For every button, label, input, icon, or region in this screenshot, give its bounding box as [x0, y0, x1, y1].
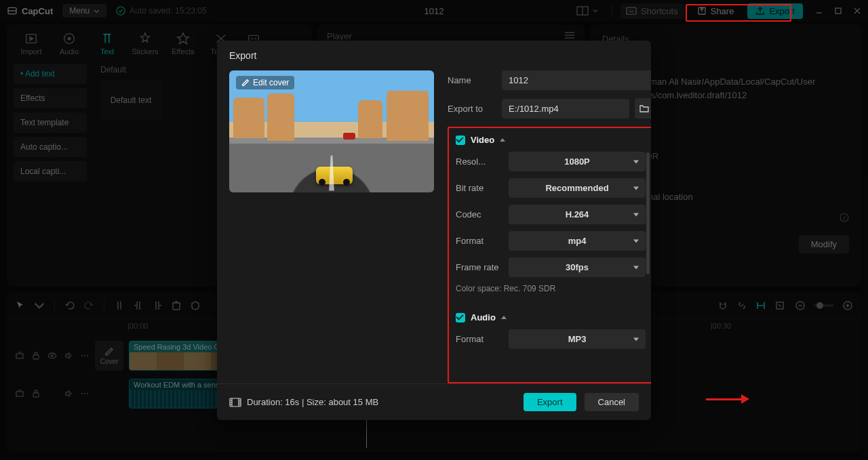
maximize-icon[interactable]: [834, 7, 842, 15]
audio-checkbox[interactable]: [456, 313, 465, 322]
brand-text: CapCut: [22, 6, 53, 16]
lock-icon[interactable]: [31, 389, 41, 398]
more-icon[interactable]: [80, 389, 90, 398]
svg-point-19: [84, 355, 85, 356]
collapse-icon[interactable]: [15, 351, 24, 360]
collapse-icon[interactable]: [15, 389, 24, 398]
cover-button[interactable]: Cover: [95, 341, 123, 371]
sidebar-item-text-template[interactable]: Text template: [14, 112, 87, 133]
import-icon: [24, 31, 39, 46]
export-top-button[interactable]: Export: [747, 3, 803, 19]
resolution-label: Resol...: [456, 156, 509, 167]
project-title: 1012: [425, 6, 444, 16]
cancel-button[interactable]: Cancel: [585, 393, 639, 411]
split-right-icon[interactable]: [152, 300, 163, 311]
modify-button[interactable]: Modify: [799, 235, 849, 253]
caret-up-icon: [501, 316, 507, 319]
menu-button[interactable]: Menu: [62, 4, 106, 18]
name-label: Name: [448, 75, 496, 85]
tab-import[interactable]: Import: [12, 28, 50, 58]
tab-effects[interactable]: Effects: [164, 28, 202, 58]
film-icon: [229, 398, 241, 407]
name-input[interactable]: [502, 70, 651, 90]
layout-toggle-button[interactable]: [571, 3, 604, 18]
default-text-preset[interactable]: Default text: [100, 80, 161, 121]
svg-point-17: [52, 355, 54, 357]
video-section-header[interactable]: Video: [456, 135, 646, 145]
undo-icon[interactable]: [64, 300, 75, 311]
tab-audio[interactable]: Audio: [50, 28, 88, 58]
bitrate-select[interactable]: Recommended: [509, 178, 646, 198]
edit-cover-button[interactable]: Edit cover: [236, 76, 294, 89]
audio-format-select[interactable]: MP3: [509, 329, 646, 349]
divider: [612, 5, 612, 17]
more-icon[interactable]: [80, 351, 90, 360]
svg-rect-22: [33, 393, 39, 397]
zoom-out-icon[interactable]: [795, 300, 806, 311]
top-menu-bar: CapCut Menu Auto saved: 15:23:05 1012 Sh…: [0, 0, 868, 22]
mute-icon[interactable]: [64, 389, 73, 398]
effects-icon: [176, 31, 191, 46]
track-controls: [15, 389, 90, 398]
share-button[interactable]: Share: [692, 3, 740, 19]
keyboard-icon: [626, 7, 637, 15]
audio-format-label: Format: [456, 334, 509, 344]
preview-cut-icon[interactable]: [755, 300, 766, 311]
hamburger-icon[interactable]: [564, 31, 575, 39]
svg-point-18: [81, 355, 83, 356]
eye-icon[interactable]: [47, 351, 57, 360]
resolution-select[interactable]: 1080P: [509, 152, 646, 171]
shortcuts-button[interactable]: Shortcuts: [620, 3, 684, 19]
mask-icon[interactable]: [190, 300, 201, 311]
lock-icon[interactable]: [31, 351, 41, 360]
annotation-arrow: [706, 394, 749, 404]
caret-up-icon: [500, 138, 505, 142]
codec-select[interactable]: H.264: [509, 205, 646, 224]
export-icon: [755, 6, 765, 16]
tab-stickers[interactable]: Stickers: [126, 28, 164, 58]
dialog-title: Export: [217, 41, 651, 70]
close-icon[interactable]: [853, 7, 861, 15]
video-checkbox[interactable]: [456, 135, 465, 145]
cover-preview[interactable]: Edit cover: [229, 70, 434, 192]
chevron-down-icon[interactable]: [34, 300, 45, 311]
format-select[interactable]: mp4: [509, 231, 646, 251]
tab-text[interactable]: Text: [88, 28, 126, 58]
mute-icon[interactable]: [64, 351, 73, 360]
sidebar-item-effects[interactable]: Effects: [14, 88, 87, 108]
colorspace-info: Color space: Rec. 709 SDR: [456, 284, 646, 293]
browse-folder-button[interactable]: [635, 98, 651, 119]
zoom-in-icon[interactable]: [842, 300, 853, 311]
sidebar-item-auto-captions[interactable]: Auto captio...: [14, 137, 87, 157]
magnet-icon[interactable]: [717, 300, 728, 311]
scrollbar[interactable]: [646, 152, 650, 274]
sidebar-item-add-text[interactable]: Add text: [14, 64, 87, 84]
exportto-input[interactable]: [502, 99, 629, 119]
sidebar-item-local-captions[interactable]: Local capti...: [14, 161, 87, 182]
zoom-slider[interactable]: [814, 304, 834, 307]
dialog-footer: Duration: 16s | Size: about 15 MB Export…: [217, 383, 651, 420]
svg-point-25: [87, 393, 88, 394]
chevron-down-icon: [593, 8, 598, 14]
export-button[interactable]: Export: [524, 393, 576, 411]
delete-icon[interactable]: [171, 300, 182, 311]
audio-section-header[interactable]: Audio: [456, 312, 646, 322]
svg-point-24: [84, 393, 85, 394]
link-icon[interactable]: [736, 300, 747, 311]
brand: CapCut: [7, 5, 53, 16]
minimize-icon[interactable]: [815, 7, 823, 15]
exportto-label: Export to: [448, 104, 496, 114]
framerate-select[interactable]: 30fps: [509, 257, 646, 277]
capcut-logo-icon: [7, 5, 18, 16]
info-icon[interactable]: [840, 213, 849, 222]
audio-icon: [62, 31, 77, 46]
split-icon[interactable]: [114, 300, 125, 311]
pointer-icon[interactable]: [15, 300, 26, 311]
footer-info: Duration: 16s | Size: about 15 MB: [229, 397, 378, 407]
split-left-icon[interactable]: [133, 300, 144, 311]
framerate-label: Frame rate: [456, 262, 509, 272]
svg-point-20: [87, 355, 88, 356]
redo-icon[interactable]: [83, 300, 94, 311]
crop-icon[interactable]: [774, 300, 785, 311]
stickers-icon: [138, 31, 153, 46]
